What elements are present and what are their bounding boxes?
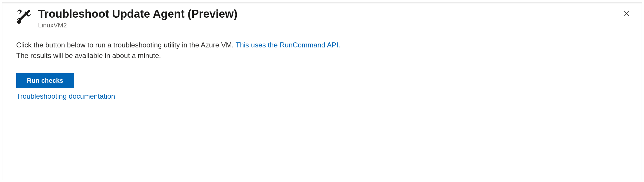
header-text: Troubleshoot Update Agent (Preview) Linu… bbox=[38, 7, 237, 29]
run-checks-button[interactable]: Run checks bbox=[16, 73, 74, 88]
troubleshooting-doc-link[interactable]: Troubleshooting documentation bbox=[16, 92, 115, 100]
panel-body: Click the button below to run a troubles… bbox=[16, 40, 628, 100]
runcommand-api-link[interactable]: This uses the RunCommand API. bbox=[236, 41, 340, 49]
doc-link-row: Troubleshooting documentation bbox=[16, 92, 628, 100]
panel-subtitle: LinuxVM2 bbox=[38, 21, 237, 29]
description-prefix: Click the button below to run a troubles… bbox=[16, 41, 236, 49]
panel-title: Troubleshoot Update Agent (Preview) bbox=[38, 7, 237, 21]
close-button[interactable] bbox=[621, 8, 632, 20]
tools-icon bbox=[16, 9, 32, 24]
description-line-2: The results will be available in about a… bbox=[16, 50, 628, 61]
close-icon bbox=[623, 10, 630, 18]
troubleshoot-panel: Troubleshoot Update Agent (Preview) Linu… bbox=[2, 2, 642, 180]
description-line-1: Click the button below to run a troubles… bbox=[16, 40, 628, 50]
panel-header: Troubleshoot Update Agent (Preview) Linu… bbox=[16, 7, 628, 29]
